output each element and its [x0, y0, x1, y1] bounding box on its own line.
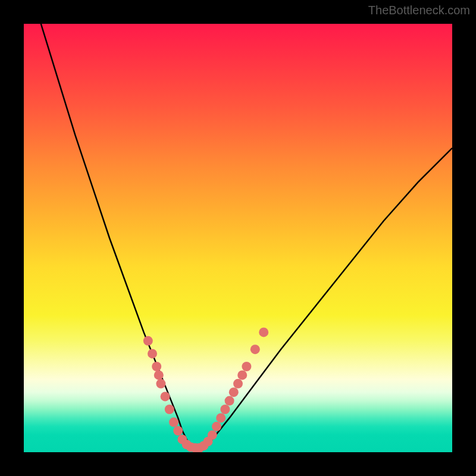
- data-marker: [233, 379, 243, 389]
- bottleneck-curve: [41, 24, 452, 448]
- data-marker: [208, 430, 217, 440]
- data-marker: [212, 422, 221, 431]
- data-marker: [156, 379, 165, 389]
- data-marker: [173, 426, 183, 436]
- data-marker: [165, 405, 174, 414]
- watermark-text: TheBottleneck.com: [368, 4, 470, 17]
- data-marker: [152, 362, 161, 371]
- data-marker: [220, 405, 230, 414]
- data-marker: [148, 349, 157, 358]
- curve-layer: [41, 24, 452, 448]
- data-marker: [259, 327, 268, 337]
- data-marker: [161, 392, 170, 401]
- data-marker: [242, 362, 251, 371]
- plot-area: [24, 24, 452, 452]
- chart-svg: [24, 24, 452, 452]
- data-marker: [237, 370, 247, 380]
- data-marker: [143, 336, 153, 346]
- data-marker: [154, 370, 164, 380]
- data-marker: [250, 345, 260, 354]
- data-marker: [229, 387, 239, 397]
- data-marker: [169, 418, 178, 427]
- data-marker: [216, 413, 226, 422]
- data-marker: [225, 396, 234, 406]
